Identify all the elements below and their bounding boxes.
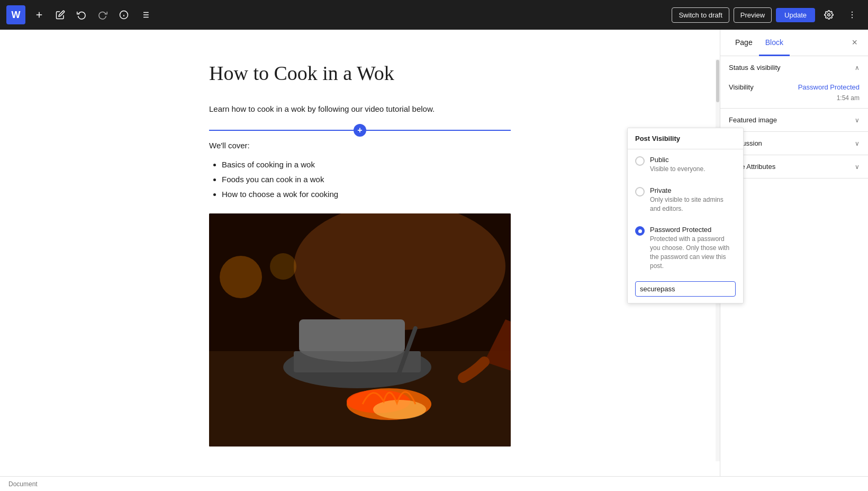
wp-logo-icon[interactable]: W bbox=[6, 5, 25, 24]
block-divider: + bbox=[209, 124, 511, 137]
option-private-desc: Only visible to site admins and editors. bbox=[650, 195, 736, 213]
title-block: How to Cook in a Wok bbox=[209, 61, 511, 86]
svg-point-12 bbox=[852, 12, 853, 13]
option-password-content: Password Protected Protected with a pass… bbox=[650, 226, 736, 270]
editor-area: How to Cook in a Wok Learn how to cook i… bbox=[0, 30, 720, 476]
image-block[interactable] bbox=[209, 213, 511, 447]
page-attributes-chevron: ∨ bbox=[855, 163, 860, 171]
radio-private bbox=[635, 187, 645, 197]
radio-password bbox=[635, 226, 645, 236]
status-visibility-title: Status & visibility bbox=[729, 64, 781, 72]
divider-line-left bbox=[209, 130, 354, 131]
svg-point-26 bbox=[220, 256, 262, 298]
edit-button[interactable] bbox=[51, 5, 70, 24]
preview-button[interactable]: Preview bbox=[734, 7, 772, 23]
option-private-content: Private Only visible to site admins and … bbox=[650, 186, 736, 213]
add-block-button[interactable] bbox=[30, 5, 49, 24]
cover-text[interactable]: We'll cover: bbox=[209, 141, 511, 150]
redo-button[interactable] bbox=[93, 5, 112, 24]
sidebar-close-button[interactable]: × bbox=[849, 30, 860, 56]
visibility-option-private[interactable]: Private Only visible to site admins and … bbox=[628, 180, 743, 220]
svg-point-11 bbox=[828, 14, 830, 16]
svg-point-13 bbox=[852, 14, 853, 15]
visibility-label: Visibility bbox=[729, 83, 754, 91]
update-button[interactable]: Update bbox=[776, 8, 815, 22]
svg-rect-21 bbox=[299, 319, 405, 351]
featured-image-chevron: ∨ bbox=[855, 117, 860, 124]
visibility-option-password[interactable]: Password Protected Protected with a pass… bbox=[628, 219, 743, 276]
document-label: Document bbox=[8, 480, 38, 488]
status-visibility-chevron-up: ∧ bbox=[855, 64, 860, 72]
tab-page[interactable]: Page bbox=[729, 30, 759, 56]
undo-button[interactable] bbox=[72, 5, 91, 24]
option-public-row: Public Visible to everyone. bbox=[635, 156, 736, 174]
toolbar: W Switch to draft Preview Update bbox=[0, 0, 868, 30]
info-button[interactable] bbox=[114, 5, 133, 24]
option-password-desc: Protected with a password you choose. On… bbox=[650, 235, 736, 270]
publish-timestamp: 1:54 am bbox=[729, 93, 860, 102]
editor-inner: How to Cook in a Wok Learn how to cook i… bbox=[188, 61, 532, 447]
option-public-label: Public bbox=[650, 156, 706, 164]
intro-block: Learn how to cook in a wok by following … bbox=[209, 103, 511, 115]
post-visibility-popup: Post Visibility Public Visible to everyo… bbox=[627, 128, 744, 303]
intro-text[interactable]: Learn how to cook in a wok by following … bbox=[209, 103, 511, 115]
option-public-desc: Visible to everyone. bbox=[650, 165, 706, 174]
sidebar-scroll-thumb[interactable] bbox=[716, 60, 719, 102]
tab-block[interactable]: Block bbox=[759, 30, 790, 56]
list-item[interactable]: Basics of cooking in a wok bbox=[222, 158, 511, 171]
option-private-row: Private Only visible to site admins and … bbox=[635, 186, 736, 213]
featured-image-title: Featured image bbox=[729, 116, 777, 124]
option-private-label: Private bbox=[650, 186, 736, 194]
more-options-button[interactable] bbox=[843, 5, 862, 24]
option-password-label: Password Protected bbox=[650, 226, 736, 234]
svg-point-14 bbox=[852, 17, 853, 18]
cover-text-block: We'll cover: bbox=[209, 141, 511, 150]
list-item[interactable]: Foods you can cook in a wok bbox=[222, 173, 511, 186]
sidebar-tabs: Page Block × bbox=[720, 30, 868, 56]
radio-public bbox=[635, 156, 645, 166]
bullets-block: Basics of cooking in a wok Foods you can… bbox=[209, 158, 511, 201]
bottom-bar: Document bbox=[0, 476, 868, 491]
discussion-chevron: ∨ bbox=[855, 140, 860, 147]
post-image-inner bbox=[209, 213, 511, 447]
list-item[interactable]: How to choose a wok for cooking bbox=[222, 188, 511, 201]
switch-draft-button[interactable]: Switch to draft bbox=[672, 7, 729, 23]
post-title[interactable]: How to Cook in a Wok bbox=[209, 61, 511, 86]
option-password-row: Password Protected Protected with a pass… bbox=[635, 226, 736, 270]
settings-button[interactable] bbox=[819, 5, 838, 24]
svg-point-24 bbox=[373, 400, 426, 419]
toolbar-right: Switch to draft Preview Update bbox=[672, 5, 862, 24]
status-visibility-header[interactable]: Status & visibility ∧ bbox=[720, 56, 868, 79]
visibility-value[interactable]: Password Protected bbox=[798, 83, 860, 91]
visibility-option-public[interactable]: Public Visible to everyone. bbox=[628, 149, 743, 180]
status-visibility-body: Visibility Password Protected 1:54 am bbox=[720, 79, 868, 108]
list-view-button[interactable] bbox=[135, 5, 155, 24]
svg-point-27 bbox=[270, 253, 296, 280]
option-public-content: Public Visible to everyone. bbox=[650, 156, 706, 174]
add-block-inline-button[interactable]: + bbox=[354, 124, 366, 137]
divider-line-right bbox=[366, 130, 511, 131]
status-visibility-section: Status & visibility ∧ Visibility Passwor… bbox=[720, 56, 868, 109]
toolbar-left: W bbox=[6, 5, 155, 24]
main-area: How to Cook in a Wok Learn how to cook i… bbox=[0, 30, 868, 476]
visibility-row: Visibility Password Protected bbox=[729, 83, 860, 91]
post-image bbox=[209, 213, 511, 447]
popup-title: Post Visibility bbox=[628, 128, 743, 149]
bullet-list: Basics of cooking in a wok Foods you can… bbox=[222, 158, 511, 201]
password-input[interactable] bbox=[635, 281, 736, 297]
